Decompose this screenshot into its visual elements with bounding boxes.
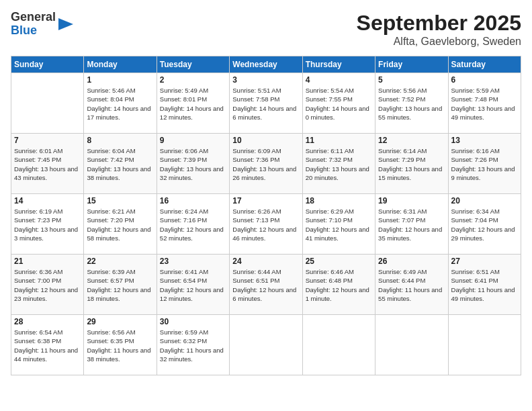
logo: General Blue (11, 11, 73, 38)
page-header: General Blue September 2025 Alfta, Gaevl… (11, 11, 521, 48)
cell-info: Sunrise: 6:46 AM Sunset: 6:48 PM Dayligh… (306, 267, 372, 303)
date-number: 20 (451, 196, 518, 205)
cell-info: Sunrise: 6:16 AM Sunset: 7:26 PM Dayligh… (451, 146, 518, 182)
daylight-label: Daylight: 13 hours and 38 minutes. (87, 165, 150, 181)
cell-info: Sunrise: 6:11 AM Sunset: 7:32 PM Dayligh… (306, 146, 372, 182)
cell-info: Sunrise: 6:36 AM Sunset: 7:00 PM Dayligh… (14, 267, 81, 303)
daylight-label: Daylight: 13 hours and 49 minutes. (451, 105, 515, 121)
calendar-cell: 21 Sunrise: 6:36 AM Sunset: 7:00 PM Dayl… (11, 255, 84, 315)
sunset-label: Sunset: 7:48 PM (451, 95, 498, 103)
calendar-cell: 19 Sunrise: 6:31 AM Sunset: 7:07 PM Dayl… (375, 194, 448, 255)
date-number: 7 (14, 136, 81, 145)
date-number: 27 (451, 257, 518, 266)
week-row-4: 21 Sunrise: 6:36 AM Sunset: 7:00 PM Dayl… (11, 255, 521, 315)
daylight-label: Daylight: 13 hours and 32 minutes. (160, 165, 224, 181)
sunset-label: Sunset: 6:44 PM (378, 277, 425, 284)
date-number: 14 (14, 196, 81, 205)
sunrise-label: Sunrise: 6:41 AM (160, 268, 208, 275)
calendar-cell: 9 Sunrise: 6:06 AM Sunset: 7:39 PM Dayli… (157, 134, 229, 194)
daylight-label: Daylight: 11 hours and 32 minutes. (160, 347, 224, 363)
calendar-title: September 2025 (357, 11, 521, 36)
sunset-label: Sunset: 7:23 PM (14, 216, 61, 224)
calendar-cell (302, 315, 375, 375)
daylight-label: Daylight: 13 hours and 9 minutes. (451, 165, 515, 181)
sunset-label: Sunset: 6:54 PM (160, 277, 207, 284)
sunset-label: Sunset: 7:36 PM (232, 156, 279, 163)
calendar-cell (230, 315, 302, 375)
cell-info: Sunrise: 6:44 AM Sunset: 6:51 PM Dayligh… (232, 267, 299, 303)
cell-info: Sunrise: 5:49 AM Sunset: 8:01 PM Dayligh… (160, 86, 226, 122)
calendar-cell: 25 Sunrise: 6:46 AM Sunset: 6:48 PM Dayl… (302, 255, 375, 315)
daylight-label: Daylight: 14 hours and 17 minutes. (87, 105, 150, 121)
calendar-cell: 13 Sunrise: 6:16 AM Sunset: 7:26 PM Dayl… (448, 134, 521, 194)
cell-info: Sunrise: 6:51 AM Sunset: 6:41 PM Dayligh… (451, 267, 518, 303)
cell-info: Sunrise: 5:51 AM Sunset: 7:58 PM Dayligh… (232, 86, 299, 122)
date-number: 22 (87, 257, 153, 266)
sunset-label: Sunset: 7:58 PM (232, 95, 279, 103)
date-number: 5 (378, 75, 445, 85)
sunset-label: Sunset: 6:38 PM (14, 337, 61, 345)
date-number: 30 (160, 317, 226, 326)
svg-marker-0 (58, 18, 73, 30)
sunrise-label: Sunrise: 6:06 AM (160, 147, 208, 154)
daylight-label: Daylight: 12 hours and 18 minutes. (87, 286, 150, 302)
daylight-label: Daylight: 11 hours and 49 minutes. (451, 286, 515, 302)
sunrise-label: Sunrise: 5:56 AM (378, 87, 427, 94)
sunset-label: Sunset: 7:39 PM (160, 156, 207, 163)
date-number: 12 (378, 136, 445, 145)
day-header-saturday: Saturday (448, 56, 521, 73)
calendar-cell: 6 Sunrise: 5:59 AM Sunset: 7:48 PM Dayli… (448, 73, 521, 134)
cell-info: Sunrise: 5:56 AM Sunset: 7:52 PM Dayligh… (378, 86, 445, 122)
daylight-label: Daylight: 12 hours and 52 minutes. (160, 226, 224, 242)
calendar-cell: 14 Sunrise: 6:19 AM Sunset: 7:23 PM Dayl… (11, 194, 84, 255)
calendar-cell (375, 315, 448, 375)
date-number: 3 (232, 75, 299, 85)
date-number: 2 (160, 75, 226, 85)
sunset-label: Sunset: 7:52 PM (378, 95, 425, 103)
calendar-cell: 4 Sunrise: 5:54 AM Sunset: 7:55 PM Dayli… (302, 73, 375, 134)
date-number: 26 (378, 257, 445, 266)
date-number: 6 (451, 75, 518, 85)
sunrise-label: Sunrise: 5:49 AM (160, 87, 208, 94)
date-number: 4 (306, 75, 372, 85)
daylight-label: Daylight: 14 hours and 12 minutes. (160, 105, 224, 121)
week-row-3: 14 Sunrise: 6:19 AM Sunset: 7:23 PM Dayl… (11, 194, 521, 255)
cell-info: Sunrise: 5:46 AM Sunset: 8:04 PM Dayligh… (87, 86, 153, 122)
calendar-cell: 8 Sunrise: 6:04 AM Sunset: 7:42 PM Dayli… (84, 134, 157, 194)
sunset-label: Sunset: 6:48 PM (306, 277, 353, 284)
day-header-friday: Friday (375, 56, 448, 73)
cell-info: Sunrise: 6:39 AM Sunset: 6:57 PM Dayligh… (87, 267, 153, 303)
sunset-label: Sunset: 7:10 PM (306, 216, 353, 224)
daylight-label: Daylight: 12 hours and 12 minutes. (160, 286, 224, 302)
cell-info: Sunrise: 6:21 AM Sunset: 7:20 PM Dayligh… (87, 207, 153, 242)
date-number: 19 (378, 196, 445, 205)
day-header-wednesday: Wednesday (230, 56, 302, 73)
sunrise-label: Sunrise: 6:01 AM (14, 147, 62, 154)
day-header-thursday: Thursday (302, 56, 375, 73)
date-number: 8 (87, 136, 153, 145)
date-number: 21 (14, 257, 81, 266)
daylight-label: Daylight: 13 hours and 26 minutes. (232, 165, 296, 181)
daylight-label: Daylight: 12 hours and 46 minutes. (232, 226, 296, 242)
day-header-monday: Monday (84, 56, 157, 73)
calendar-cell: 22 Sunrise: 6:39 AM Sunset: 6:57 PM Dayl… (84, 255, 157, 315)
date-number: 25 (306, 257, 372, 266)
sunset-label: Sunset: 7:16 PM (160, 216, 207, 224)
sunrise-label: Sunrise: 6:09 AM (232, 147, 281, 154)
day-header-tuesday: Tuesday (157, 56, 229, 73)
calendar-cell: 5 Sunrise: 5:56 AM Sunset: 7:52 PM Dayli… (375, 73, 448, 134)
daylight-label: Daylight: 12 hours and 41 minutes. (306, 226, 369, 242)
sunset-label: Sunset: 7:26 PM (451, 156, 498, 163)
calendar-cell: 11 Sunrise: 6:11 AM Sunset: 7:32 PM Dayl… (302, 134, 375, 194)
date-number: 18 (306, 196, 372, 205)
calendar-cell: 12 Sunrise: 6:14 AM Sunset: 7:29 PM Dayl… (375, 134, 448, 194)
calendar-cell: 30 Sunrise: 6:59 AM Sunset: 6:32 PM Dayl… (157, 315, 229, 375)
sunset-label: Sunset: 7:07 PM (378, 216, 425, 224)
cell-info: Sunrise: 6:41 AM Sunset: 6:54 PM Dayligh… (160, 267, 226, 303)
sunset-label: Sunset: 7:55 PM (306, 95, 353, 103)
title-block: September 2025 Alfta, Gaevleborg, Sweden (357, 11, 521, 48)
date-number: 11 (306, 136, 372, 145)
sunrise-label: Sunrise: 6:04 AM (87, 147, 135, 154)
calendar-cell: 24 Sunrise: 6:44 AM Sunset: 6:51 PM Dayl… (230, 255, 302, 315)
date-number: 28 (14, 317, 81, 326)
